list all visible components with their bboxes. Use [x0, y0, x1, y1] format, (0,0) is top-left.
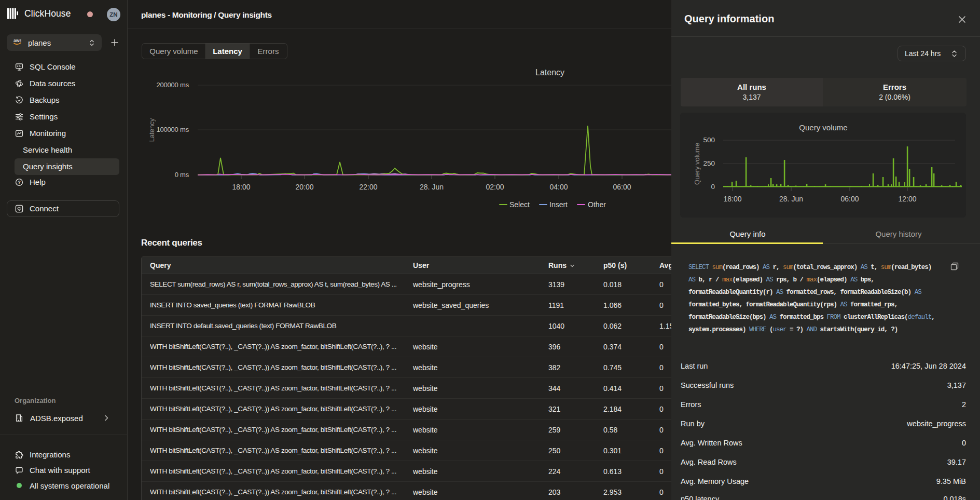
svg-text:?: ? [18, 180, 20, 185]
svg-text:aws: aws [13, 38, 21, 43]
